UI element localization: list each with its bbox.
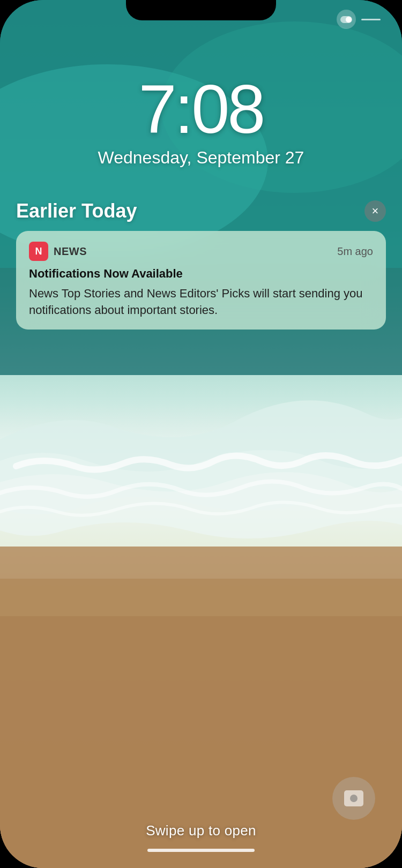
app-name: NEWS [54, 245, 87, 258]
swipe-up-text: Swipe up to open [146, 822, 256, 839]
camera-shortcut-button[interactable] [332, 777, 375, 820]
camera-icon [344, 790, 363, 806]
toggle-knob [346, 17, 352, 23]
clear-notifications-button[interactable]: × [364, 200, 386, 222]
time-section: 7:08 Wednesday, September 27 [98, 75, 304, 168]
section-header: Earlier Today × [16, 200, 386, 222]
home-indicator[interactable] [147, 849, 255, 852]
phone-frame: 7:08 Wednesday, September 27 Earlier Tod… [0, 0, 402, 868]
notification-header: N NEWS 5m ago [29, 242, 373, 261]
time-display: 7:08 [98, 75, 304, 144]
torch-toggle[interactable] [337, 10, 356, 29]
section-title: Earlier Today [16, 200, 137, 222]
status-bar [337, 10, 381, 29]
notifications-section: Earlier Today × N NEWS 5m ago Notificati… [0, 200, 402, 330]
camera-lens [350, 795, 358, 802]
notification-timestamp: 5m ago [337, 245, 373, 258]
lock-screen-content: 7:08 Wednesday, September 27 Earlier Tod… [0, 0, 402, 868]
status-line [361, 19, 381, 20]
bottom-bar: Swipe up to open [0, 822, 402, 868]
notch [126, 0, 276, 20]
close-icon: × [372, 205, 379, 217]
toggle-track [340, 16, 352, 23]
notification-body: News Top Stories and News Editors' Picks… [29, 285, 373, 319]
notification-card[interactable]: N NEWS 5m ago Notifications Now Availabl… [16, 231, 386, 330]
date-display: Wednesday, September 27 [98, 148, 304, 168]
app-icon-letter: N [35, 246, 42, 257]
app-icon: N [29, 242, 48, 261]
notification-title: Notifications Now Available [29, 266, 373, 282]
notification-app-info: N NEWS [29, 242, 87, 261]
